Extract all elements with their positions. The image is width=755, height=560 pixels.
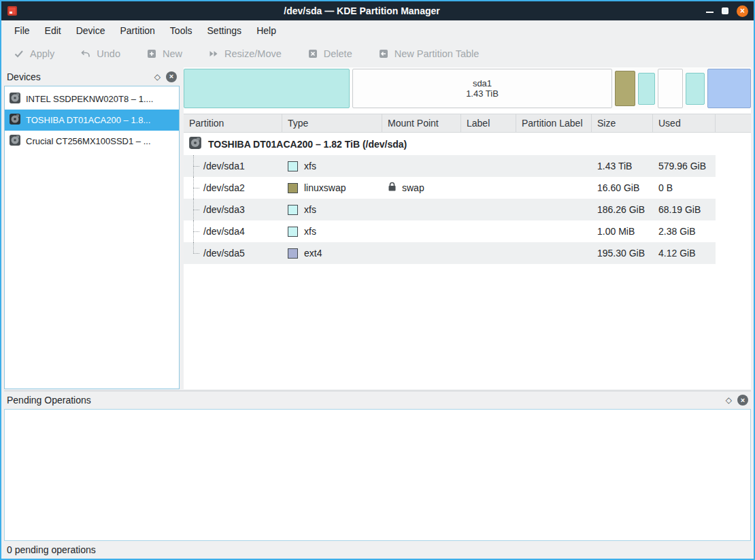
partition-row-sda1[interactable]: /dev/sda1 xfs 1.43 TiB 579.96 GiB <box>184 155 716 177</box>
partition-bar-segment-sda5[interactable] <box>707 69 751 108</box>
label-cell <box>461 155 516 177</box>
check-icon <box>14 48 24 59</box>
float-panel-icon[interactable]: ◇ <box>726 396 732 404</box>
mount-point: swap <box>402 182 424 193</box>
partition-bar-segment-sda1[interactable]: sda1 1.43 TiB <box>352 69 612 108</box>
filesystem-type: xfs <box>304 161 316 171</box>
partition-label-cell <box>516 155 592 177</box>
resize-move-button[interactable]: Resize/Move <box>208 48 282 59</box>
menu-device[interactable]: Device <box>69 22 113 39</box>
filesystem-swatch <box>288 183 298 193</box>
partition-name: /dev/sda5 <box>203 248 245 259</box>
partition-label-cell <box>516 242 592 264</box>
segment-label-size: 1.43 TiB <box>353 88 611 99</box>
lock-icon <box>388 182 397 194</box>
size-cell: 186.26 GiB <box>592 199 653 220</box>
disk-icon <box>9 113 21 127</box>
maximize-icon[interactable] <box>722 7 728 14</box>
column-header-mount-point[interactable]: Mount Point <box>382 114 461 132</box>
device-group-row[interactable]: TOSHIBA DT01ACA200 – 1.82 TiB (/dev/sda) <box>184 133 751 155</box>
filesystem-swatch <box>288 227 298 237</box>
pending-operations-count: 0 pending operations <box>7 544 96 555</box>
partition-row-sda5[interactable]: /dev/sda5 ext4 195.30 GiB 4.12 GiB <box>184 242 716 264</box>
device-label: Crucial CT256MX100SSD1 – ... <box>26 136 151 146</box>
mount-point-cell <box>382 242 461 264</box>
used-cell: 0 B <box>653 177 716 199</box>
tree-branch <box>193 199 203 220</box>
new-partition-button[interactable]: New <box>146 48 182 59</box>
minimize-icon[interactable] <box>706 12 714 13</box>
pending-operations-title: Pending Operations <box>7 395 720 406</box>
toolbar: Apply Undo New Resize/Move Delete New Pa… <box>1 41 754 67</box>
partition-row-sda3[interactable]: /dev/sda3 xfs 186.26 GiB 68.19 GiB <box>184 199 716 220</box>
size-cell: 16.60 GiB <box>592 177 653 199</box>
partition-bar-segment-sda4[interactable] <box>686 73 705 105</box>
segment-label-name: sda1 <box>353 78 611 88</box>
close-panel-icon[interactable]: × <box>166 71 177 82</box>
column-header-type[interactable]: Type <box>282 114 382 132</box>
resize-move-icon <box>208 48 219 59</box>
column-header-partition-label[interactable]: Partition Label <box>516 114 592 132</box>
delete-partition-button[interactable]: Delete <box>307 48 352 59</box>
menu-settings[interactable]: Settings <box>200 22 250 39</box>
mount-point-cell <box>382 220 461 242</box>
filesystem-swatch <box>288 205 298 215</box>
used-cell: 579.96 GiB <box>653 155 716 177</box>
menubar: File Edit Device Partition Tools Setting… <box>1 20 754 41</box>
filesystem-swatch <box>288 161 298 171</box>
close-icon[interactable]: × <box>737 5 748 17</box>
device-group-label: TOSHIBA DT01ACA200 – 1.82 TiB (/dev/sda) <box>208 139 407 150</box>
close-panel-icon[interactable]: × <box>737 395 748 406</box>
new-partition-table-button[interactable]: New Partition Table <box>378 48 480 59</box>
pending-operations-list <box>4 409 751 541</box>
device-item-intel[interactable]: INTEL SSDPEKNW020T8 – 1.... <box>5 88 179 110</box>
column-header-label[interactable]: Label <box>461 114 516 132</box>
disk-icon <box>188 136 202 152</box>
menu-tools[interactable]: Tools <box>163 22 200 39</box>
column-header-size[interactable]: Size <box>592 114 653 132</box>
new-partition-icon <box>146 48 157 59</box>
partition-name: /dev/sda3 <box>203 204 245 215</box>
float-panel-icon[interactable]: ◇ <box>154 73 161 81</box>
undo-button[interactable]: Undo <box>80 48 120 59</box>
new-partition-table-icon <box>378 48 389 59</box>
filesystem-type: xfs <box>304 226 316 237</box>
column-header-used[interactable]: Used <box>653 114 716 132</box>
apply-button[interactable]: Apply <box>14 48 54 59</box>
used-cell: 68.19 GiB <box>653 199 716 220</box>
tree-branch <box>193 177 203 199</box>
partition-name: /dev/sda4 <box>203 226 245 237</box>
mount-point-cell <box>382 199 461 220</box>
device-label: TOSHIBA DT01ACA200 – 1.8... <box>26 115 150 125</box>
partition-bar-segment-sda3-free[interactable] <box>658 69 683 108</box>
devices-panel-title: Devices <box>7 71 149 82</box>
menu-help[interactable]: Help <box>249 22 284 39</box>
device-item-toshiba[interactable]: TOSHIBA DT01ACA200 – 1.8... <box>5 110 179 131</box>
tree-branch <box>193 220 203 242</box>
disk-icon <box>9 134 21 148</box>
partition-table: Partition Type Mount Point Label Partiti… <box>184 114 751 389</box>
partition-table-header: Partition Type Mount Point Label Partiti… <box>184 114 751 133</box>
partition-label-cell <box>516 220 592 242</box>
mount-point-cell <box>382 155 461 177</box>
menu-partition[interactable]: Partition <box>112 22 162 39</box>
label-cell <box>461 199 516 220</box>
label-cell <box>461 177 516 199</box>
partition-bar-segment-sda3-used[interactable] <box>638 73 655 105</box>
device-detail-panel: sda1 1.43 TiB Partition Type Mount Point… <box>184 67 751 389</box>
menu-edit[interactable]: Edit <box>37 22 69 39</box>
main-area: Devices ◇ × INTEL SSDPEKNW020T8 – 1.... … <box>1 67 754 391</box>
partition-row-sda4[interactable]: /dev/sda4 xfs 1.00 MiB 2.38 GiB <box>184 220 716 242</box>
size-cell: 1.00 MiB <box>592 220 653 242</box>
device-item-crucial[interactable]: Crucial CT256MX100SSD1 – ... <box>5 131 179 152</box>
partition-label-cell <box>516 199 592 220</box>
used-cell: 2.38 GiB <box>653 220 716 242</box>
partition-name: /dev/sda2 <box>203 182 245 193</box>
statusbar: 0 pending operations <box>1 541 754 559</box>
partition-row-sda2[interactable]: /dev/sda2 linuxswap swap 16.60 GiB 0 B <box>184 177 716 199</box>
menu-file[interactable]: File <box>7 22 37 39</box>
column-header-partition[interactable]: Partition <box>184 114 282 132</box>
partition-bar-segment-sda2[interactable] <box>615 71 635 106</box>
partition-bar-segment-sda1-used[interactable] <box>184 69 350 108</box>
devices-panel-header: Devices ◇ × <box>4 67 180 86</box>
